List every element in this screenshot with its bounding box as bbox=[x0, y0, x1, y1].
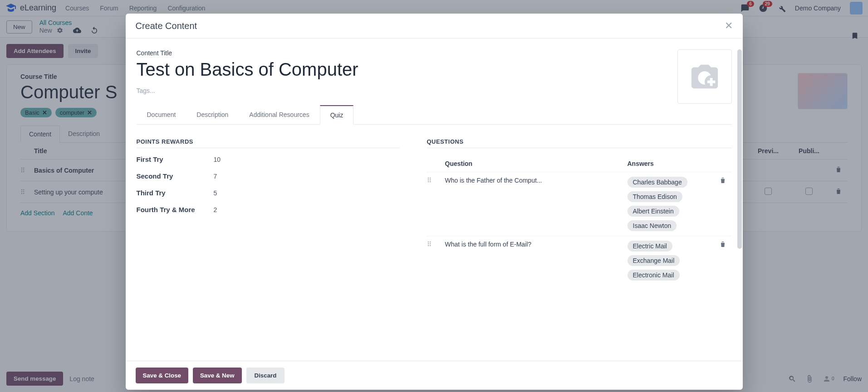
quiz-content: POINTS REWARDS First Try 10 Second Try 7… bbox=[137, 138, 732, 285]
drag-handle-icon[interactable]: ⠿ bbox=[427, 241, 445, 281]
tags-input[interactable]: Tags... bbox=[137, 87, 732, 94]
first-try-input[interactable]: 10 bbox=[214, 156, 221, 163]
point-row-fourth: Fourth Try & More 2 bbox=[137, 206, 400, 213]
points-rewards: POINTS REWARDS First Try 10 Second Try 7… bbox=[137, 138, 400, 285]
camera-plus-icon bbox=[689, 61, 721, 92]
tab-document[interactable]: Document bbox=[137, 105, 186, 124]
fourth-try-input[interactable]: 2 bbox=[214, 206, 217, 213]
tab-quiz[interactable]: Quiz bbox=[320, 105, 354, 125]
modal-header: Create Content ✕ bbox=[126, 14, 743, 39]
point-row-first: First Try 10 bbox=[137, 155, 400, 163]
tab-description[interactable]: Description bbox=[186, 105, 239, 124]
create-content-modal: Create Content ✕ Content Title Test on B… bbox=[126, 14, 743, 390]
answer-pill[interactable]: Electric Mail bbox=[628, 241, 672, 252]
question-row[interactable]: ⠿ Who is the Father of the Comput... Cha… bbox=[427, 172, 732, 236]
third-try-input[interactable]: 5 bbox=[214, 189, 217, 197]
questions-section-title: QUESTIONS bbox=[427, 138, 732, 148]
question-text: What is the full form of E-Mail? bbox=[445, 241, 628, 281]
trash-icon[interactable] bbox=[714, 177, 732, 231]
modal-title: Create Content bbox=[136, 21, 197, 31]
points-section-title: POINTS REWARDS bbox=[137, 138, 400, 148]
point-row-third: Third Try 5 bbox=[137, 189, 400, 197]
answer-pill[interactable]: Thomas Edison bbox=[628, 191, 682, 202]
second-try-input[interactable]: 7 bbox=[214, 173, 217, 180]
questions-header: Question Answers bbox=[427, 155, 732, 172]
col-question: Question bbox=[445, 160, 628, 167]
question-text: Who is the Father of the Comput... bbox=[445, 177, 628, 231]
answer-pill[interactable]: Albert Einstein bbox=[628, 206, 679, 217]
question-row[interactable]: ⠿ What is the full form of E-Mail? Elect… bbox=[427, 236, 732, 285]
answer-pill[interactable]: Charles Babbage bbox=[628, 177, 687, 188]
answer-pill[interactable]: Exchange Mail bbox=[628, 255, 680, 266]
point-row-second: Second Try 7 bbox=[137, 172, 400, 180]
answer-pill[interactable]: Isaac Newton bbox=[628, 220, 677, 231]
modal-body: Content Title Test on Basics of Computer… bbox=[126, 39, 743, 361]
answers-cell: Charles Babbage Thomas Edison Albert Ein… bbox=[628, 177, 714, 231]
save-close-button[interactable]: Save & Close bbox=[136, 368, 188, 383]
discard-button[interactable]: Discard bbox=[246, 368, 285, 383]
answer-pill[interactable]: Electronic Mail bbox=[628, 270, 680, 281]
modal-footer: Save & Close Save & New Discard bbox=[126, 361, 743, 390]
questions: QUESTIONS Question Answers ⠿ Who is the … bbox=[427, 138, 732, 285]
content-title-label: Content Title bbox=[137, 49, 732, 57]
image-upload[interactable] bbox=[677, 49, 732, 104]
tab-additional-resources[interactable]: Additional Resources bbox=[239, 105, 319, 124]
trash-icon[interactable] bbox=[714, 241, 732, 281]
modal-tabs: Document Description Additional Resource… bbox=[137, 105, 732, 125]
close-icon[interactable]: ✕ bbox=[725, 20, 733, 32]
col-answers: Answers bbox=[628, 160, 714, 167]
drag-handle-icon[interactable]: ⠿ bbox=[427, 177, 445, 231]
scrollbar-thumb[interactable] bbox=[737, 49, 742, 249]
save-new-button[interactable]: Save & New bbox=[193, 368, 242, 383]
content-title-input[interactable]: Test on Basics of Computer bbox=[137, 59, 732, 80]
answers-cell: Electric Mail Exchange Mail Electronic M… bbox=[628, 241, 714, 281]
